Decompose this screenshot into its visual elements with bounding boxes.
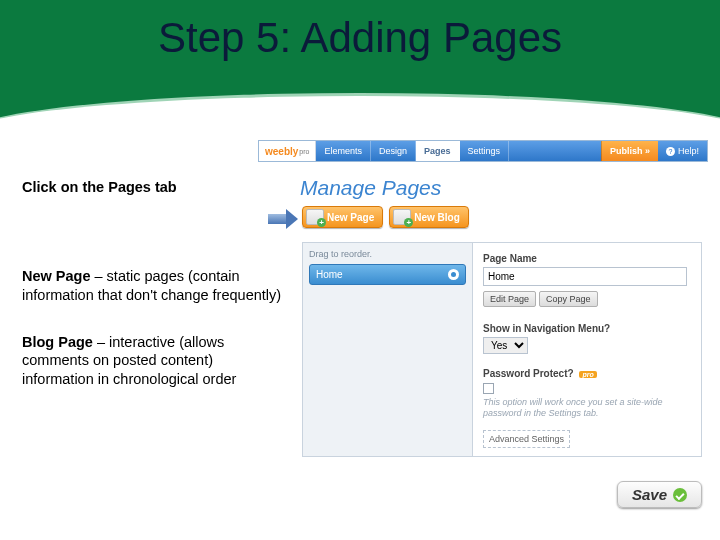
- manage-pages-title: Manage Pages: [300, 176, 708, 200]
- password-protect-text: Password Protect?: [483, 368, 574, 379]
- nav-menu-select[interactable]: Yes: [483, 337, 528, 354]
- drag-hint: Drag to reorder.: [309, 249, 466, 259]
- page-name-input[interactable]: [483, 267, 687, 286]
- desc-blog-page: Blog Page – interactive (allows comments…: [22, 333, 292, 390]
- arrow-body: [268, 214, 288, 224]
- page-plus-icon: [306, 209, 324, 225]
- page-buttons-row: New Page New Blog: [302, 206, 708, 228]
- pro-badge: pro: [579, 371, 596, 378]
- new-blog-button[interactable]: New Blog: [389, 206, 469, 228]
- new-page-button[interactable]: New Page: [302, 206, 383, 228]
- page-action-buttons: Edit Page Copy Page: [483, 291, 691, 307]
- copy-page-button[interactable]: Copy Page: [539, 291, 598, 307]
- desc-new-page: New Page – static pages (contain informa…: [22, 267, 292, 305]
- arrow-indicator: [268, 210, 298, 228]
- page-list-item-label: Home: [316, 269, 343, 280]
- slide-header: Step 5: Adding Pages: [0, 0, 720, 118]
- help-label: Help!: [678, 146, 699, 156]
- instructions-column: Click on the Pages tab New Page – static…: [22, 178, 292, 389]
- tab-settings[interactable]: Settings: [460, 141, 510, 161]
- desc-blog-page-hd: Blog Page: [22, 334, 93, 350]
- tab-elements[interactable]: Elements: [316, 141, 371, 161]
- new-page-label: New Page: [327, 212, 374, 223]
- password-note: This option will work once you set a sit…: [483, 397, 691, 420]
- advanced-settings-link[interactable]: Advanced Settings: [483, 430, 570, 448]
- help-icon: ?: [666, 147, 675, 156]
- page-list-empty: [309, 285, 466, 450]
- save-button-wrap: Save: [617, 481, 702, 508]
- password-protect-checkbox[interactable]: [483, 383, 494, 394]
- toolbar-tabs: Elements Design Pages Settings: [316, 141, 509, 161]
- logo-pro: pro: [299, 148, 309, 155]
- screenshot-area: weeblypro Elements Design Pages Settings…: [258, 140, 708, 510]
- instruction-click-pages: Click on the Pages tab: [22, 178, 292, 197]
- edit-page-button[interactable]: Edit Page: [483, 291, 536, 307]
- tab-design[interactable]: Design: [371, 141, 416, 161]
- logo-text: weebly: [265, 146, 298, 157]
- save-button[interactable]: Save: [617, 481, 702, 508]
- page-settings-column: Page Name Edit Page Copy Page Show in Na…: [473, 243, 701, 456]
- page-list-item-home[interactable]: Home: [309, 264, 466, 285]
- weebly-logo: weeblypro: [259, 141, 316, 161]
- gear-icon[interactable]: [448, 269, 459, 280]
- publish-button[interactable]: Publish »: [601, 141, 658, 161]
- manage-pages-panel: Drag to reorder. Home Page Name Edit Pag…: [302, 242, 702, 457]
- toolbar-spacer: [509, 141, 601, 161]
- page-name-label: Page Name: [483, 253, 691, 264]
- help-link[interactable]: ? Help!: [658, 141, 707, 161]
- check-icon: [673, 488, 687, 502]
- app-toolbar: weeblypro Elements Design Pages Settings…: [258, 140, 708, 162]
- blog-plus-icon: [393, 209, 411, 225]
- page-list-column: Drag to reorder. Home: [303, 243, 473, 456]
- nav-menu-label: Show in Navigation Menu?: [483, 323, 691, 334]
- save-label: Save: [632, 486, 667, 503]
- arrow-head-icon: [286, 209, 298, 229]
- desc-blog-page-txt2: information in chronological order: [22, 370, 292, 389]
- new-blog-label: New Blog: [414, 212, 460, 223]
- tab-pages[interactable]: Pages: [416, 141, 460, 161]
- password-protect-label: Password Protect? pro: [483, 368, 691, 379]
- desc-new-page-hd: New Page: [22, 268, 91, 284]
- slide-title: Step 5: Adding Pages: [0, 14, 720, 62]
